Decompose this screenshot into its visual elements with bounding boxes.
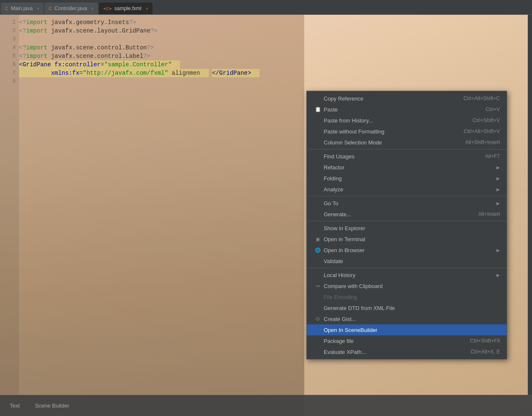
menu-item-validate[interactable]: Validate <box>307 256 507 266</box>
editor-area[interactable]: 1 2 3 4 5 6 7 8 <?import javafx.geometry… <box>0 15 304 395</box>
bottom-bar: Text Scene Builder <box>0 395 532 416</box>
folding-arrow-icon: ▶ <box>497 176 500 181</box>
analyze-arrow-icon: ▶ <box>497 187 500 192</box>
code-line-2: <?import javafx.scene.layout.GridPane?> <box>19 27 304 35</box>
line-num-1: 1 <box>0 18 16 27</box>
menu-label-generate: Generate... <box>324 211 470 218</box>
menu-label-analyze: Analyze <box>324 186 493 193</box>
local-history-arrow-icon: ▶ <box>497 273 500 277</box>
separator-3 <box>307 221 507 221</box>
separator-4 <box>307 268 507 268</box>
menu-item-create-gist[interactable]: ⊙ Create Gist... <box>307 313 507 324</box>
right-scrollbar-panel[interactable] <box>528 15 532 395</box>
tab-label-controller-java: Controller.java <box>55 5 87 11</box>
separator-1 <box>307 149 507 150</box>
menu-label-show-in-explorer: Show in Explorer <box>324 225 500 231</box>
menu-shortcut-column-selection-mode: Alt+Shift+Insert <box>465 139 500 145</box>
menu-shortcut-package-file: Ctrl+Shift+F9 <box>470 338 500 344</box>
menu-label-paste-from-history: Paste from History... <box>324 117 464 124</box>
menu-label-package-file: Package file <box>324 338 461 344</box>
compare-clipboard-icon: ⇔ <box>314 283 322 289</box>
menu-item-open-in-terminal[interactable]: ▣ Open in Terminal <box>307 234 507 245</box>
menu-item-paste-from-history[interactable]: Paste from History... Ctrl+Shift+V <box>307 115 507 126</box>
code-line-1: <?import javafx.geometry.Insets?> <box>19 18 304 27</box>
menu-item-go-to[interactable]: Go To ▶ <box>307 198 507 209</box>
browser-arrow-icon: ▶ <box>497 248 500 253</box>
menu-label-open-in-browser: Open in Browser <box>324 247 493 253</box>
tab-icon-sample-fxml: ≺/≻ <box>103 6 112 11</box>
menu-shortcut-paste-without-formatting: Ctrl+Alt+Shift+V <box>464 128 500 134</box>
menu-item-open-in-scenebuilder[interactable]: Open In SceneBuilder <box>307 324 507 335</box>
menu-item-package-file[interactable]: Package file Ctrl+Shift+F9 <box>307 335 507 346</box>
menu-label-refactor: Refactor <box>324 164 493 171</box>
separator-2 <box>307 196 507 196</box>
menu-label-file-encoding: File Encoding <box>324 294 500 300</box>
menu-label-compare-clipboard: Compare with Clipboard <box>324 283 500 289</box>
paste-icon: 📋 <box>314 106 322 112</box>
refactor-arrow-icon: ▶ <box>497 165 500 170</box>
tab-sample-fxml[interactable]: ≺/≻ sample.fxml × <box>99 3 153 14</box>
menu-shortcut-evaluate-xpath: Ctrl+Alt+X, E <box>471 349 500 355</box>
menu-item-column-selection-mode[interactable]: Column Selection Mode Alt+Shift+Insert <box>307 137 507 148</box>
tab-bar: C Main.java × C Controller.java × ≺/≻ sa… <box>0 0 532 15</box>
menu-item-find-usages[interactable]: Find Usages Alt+F7 <box>307 151 507 162</box>
line-num-2: 2 <box>0 27 16 35</box>
tab-main-java[interactable]: C Main.java × <box>1 3 44 14</box>
menu-label-paste-without-formatting: Paste without Formatting <box>324 128 455 135</box>
context-menu: Copy Reference Ctrl+Alt+Shift+C 📋 Paste … <box>306 91 507 359</box>
menu-shortcut-paste-from-history: Ctrl+Shift+V <box>472 117 500 123</box>
menu-item-copy-reference[interactable]: Copy Reference Ctrl+Alt+Shift+C <box>307 93 507 104</box>
code-line-7: xmlns:fx="http://javafx.com/fxml" alignm… <box>19 69 209 77</box>
line-num-8: 8 <box>0 77 16 86</box>
tab-close-sample-fxml[interactable]: × <box>146 6 148 11</box>
menu-item-local-history[interactable]: Local History ▶ <box>307 269 507 280</box>
menu-item-paste[interactable]: 📋 Paste Ctrl+V <box>307 104 507 115</box>
code-lines: <?import javafx.geometry.Insets?> <?impo… <box>19 15 304 77</box>
bottom-tab-text[interactable]: Text <box>6 401 23 411</box>
menu-label-validate: Validate <box>324 258 500 264</box>
code-line-8: </GridPane> <box>212 69 259 77</box>
menu-shortcut-paste: Ctrl+V <box>486 106 500 112</box>
tab-label-sample-fxml: sample.fxml <box>115 5 142 11</box>
menu-item-evaluate-xpath[interactable]: Evaluate XPath... Ctrl+Alt+X, E <box>307 346 507 357</box>
menu-item-refactor[interactable]: Refactor ▶ <box>307 162 507 173</box>
line-num-4: 4 <box>0 44 16 52</box>
bottom-tab-scene-builder[interactable]: Scene Builder <box>32 401 73 411</box>
tab-close-controller-java[interactable]: × <box>91 6 94 11</box>
menu-label-column-selection-mode: Column Selection Mode <box>324 139 457 146</box>
menu-label-evaluate-xpath: Evaluate XPath... <box>324 349 462 355</box>
menu-label-create-gist: Create Gist... <box>324 316 500 322</box>
menu-item-paste-without-formatting[interactable]: Paste without Formatting Ctrl+Alt+Shift+… <box>307 126 507 137</box>
menu-label-go-to: Go To <box>324 200 493 207</box>
browser-icon: 🌐 <box>314 247 322 253</box>
line-num-3: 3 <box>0 35 16 44</box>
menu-item-show-in-explorer[interactable]: Show in Explorer <box>307 223 507 234</box>
menu-item-compare-clipboard[interactable]: ⇔ Compare with Clipboard <box>307 280 507 291</box>
menu-item-generate[interactable]: Generate... Alt+Insert <box>307 209 507 220</box>
tab-icon-controller-java: C <box>49 6 52 11</box>
menu-item-analyze[interactable]: Analyze ▶ <box>307 184 507 195</box>
terminal-icon: ▣ <box>314 237 322 242</box>
menu-label-generate-dtd: Generate DTD from XML File <box>324 305 500 311</box>
code-line-6: <GridPane fx:controller="sample.Controll… <box>19 60 180 69</box>
code-line-4: <?import javafx.scene.control.Button?> <box>19 44 304 52</box>
menu-shortcut-find-usages: Alt+F7 <box>485 153 500 159</box>
menu-shortcut-copy-reference: Ctrl+Alt+Shift+C <box>464 95 500 101</box>
menu-label-copy-reference: Copy Reference <box>324 95 455 102</box>
line-num-7: 7 <box>0 69 16 77</box>
menu-shortcut-generate: Alt+Insert <box>478 211 500 217</box>
code-line-5: <?import javafx.scene.control.Label?> <box>19 52 304 60</box>
tab-label-main-java: Main.java <box>11 5 33 11</box>
code-line-3 <box>19 35 304 44</box>
menu-item-file-encoding: File Encoding <box>307 291 507 302</box>
line-num-6: 6 <box>0 60 16 69</box>
tab-icon-main-java: C <box>5 6 8 11</box>
menu-item-folding[interactable]: Folding ▶ <box>307 173 507 184</box>
line-numbers: 1 2 3 4 5 6 7 8 <box>0 15 19 395</box>
menu-label-folding: Folding <box>324 175 493 182</box>
tab-close-main-java[interactable]: × <box>37 6 39 11</box>
github-icon: ⊙ <box>314 316 322 322</box>
menu-item-open-in-browser[interactable]: 🌐 Open in Browser ▶ <box>307 245 507 256</box>
menu-item-generate-dtd[interactable]: Generate DTD from XML File <box>307 302 507 313</box>
tab-controller-java[interactable]: C Controller.java × <box>44 3 98 14</box>
